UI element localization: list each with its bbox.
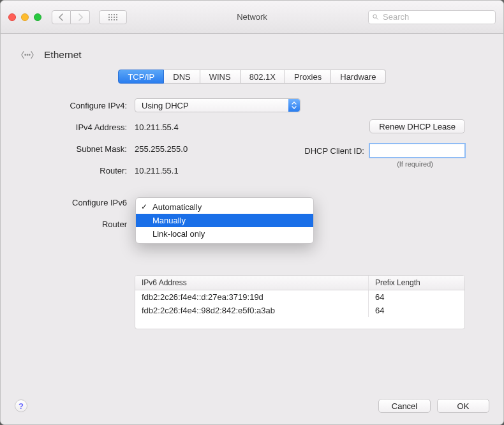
ipv6-option-automatically[interactable]: Automatically: [136, 200, 313, 214]
svg-point-3: [27, 54, 28, 56]
ipv6-option-manually[interactable]: Manually: [136, 214, 313, 227]
page-title: Ethernet: [44, 49, 82, 61]
configure-ipv4-select[interactable]: Using DHCP: [135, 98, 300, 112]
configure-ipv6-menu[interactable]: Automatically Manually Link-local only: [135, 197, 314, 244]
table-row[interactable]: fdb2:2c26:f4e4::d:27ea:3719:19d 64: [135, 290, 464, 304]
ethernet-icon: [19, 48, 36, 62]
close-window-button[interactable]: [8, 13, 16, 21]
dhcp-client-id-label: DHCP Client ID:: [304, 146, 364, 156]
chevron-left-icon: [57, 13, 65, 21]
chevron-right-icon: [77, 13, 84, 21]
router-label: Router:: [39, 166, 135, 175]
search-field[interactable]: [368, 10, 496, 24]
tabs: TCP/IP DNS WINS 802.1X Proxies Hardware: [1, 70, 503, 84]
tab-dns[interactable]: DNS: [164, 70, 200, 84]
tab-hardware[interactable]: Hardware: [331, 70, 385, 84]
col-prefix-length[interactable]: Prefix Length: [369, 276, 464, 290]
preferences-window: Network Ethernet TCP/IP DNS WINS 802.1X …: [0, 0, 504, 425]
svg-line-1: [376, 18, 378, 20]
ipv6-option-link-local[interactable]: Link-local only: [136, 227, 313, 241]
ipv6-router-label: Router: [39, 220, 135, 229]
configure-ipv6-label: Configure IPv6: [39, 198, 135, 207]
cancel-button[interactable]: Cancel: [378, 399, 431, 413]
zoom-window-button[interactable]: [34, 13, 41, 21]
if-required-hint: (If required): [397, 160, 433, 168]
ipv4-address-label: IPv4 Address:: [39, 123, 135, 132]
prefix-length-cell: 64: [369, 304, 464, 317]
show-all-button[interactable]: [99, 10, 127, 24]
ipv6-address-cell: fdb2:2c26:f4e4::98d2:842:e5f0:a3ab: [135, 304, 369, 317]
window-controls: [8, 13, 41, 21]
ok-button[interactable]: OK: [437, 399, 489, 413]
subnet-mask-label: Subnet Mask:: [39, 144, 135, 154]
table-row[interactable]: fdb2:2c26:f4e4::98d2:842:e5f0:a3ab 64: [135, 304, 464, 317]
tab-tcpip[interactable]: TCP/IP: [118, 70, 164, 84]
dhcp-side: Renew DHCP Lease DHCP Client ID: (If req…: [304, 119, 465, 168]
subnet-mask-value: 255.255.255.0: [135, 144, 188, 154]
configure-ipv4-label: Configure IPv4:: [39, 101, 135, 110]
grid-icon: [108, 14, 117, 20]
forward-button[interactable]: [71, 10, 90, 24]
renew-dhcp-lease-button[interactable]: Renew DHCP Lease: [369, 119, 465, 133]
ipv6-address-cell: fdb2:2c26:f4e4::d:27ea:3719:19d: [135, 290, 369, 304]
window-title: Network: [237, 12, 267, 22]
ipv6-address-table: IPv6 Address Prefix Length fdb2:2c26:f4e…: [135, 275, 465, 329]
tab-8021x[interactable]: 802.1X: [241, 70, 285, 84]
footer: ? Cancel OK: [1, 390, 503, 424]
form-area: Configure IPv4: Using DHCP IPv4 Address:…: [1, 93, 503, 390]
svg-point-2: [25, 54, 26, 56]
nav-buttons: [52, 10, 90, 24]
help-button[interactable]: ?: [15, 399, 27, 412]
ipv4-address-value: 10.211.55.4: [135, 123, 179, 132]
search-input[interactable]: [382, 11, 491, 22]
configure-ipv4-value: Using DHCP: [142, 101, 189, 110]
updown-icon: [288, 99, 300, 112]
tab-wins[interactable]: WINS: [200, 70, 241, 84]
titlebar: Network: [1, 1, 503, 34]
dhcp-client-id-input[interactable]: [369, 144, 465, 158]
help-icon: ?: [19, 401, 24, 411]
minimize-window-button[interactable]: [21, 13, 29, 21]
router-value: 10.211.55.1: [135, 166, 179, 175]
prefix-length-cell: 64: [369, 290, 464, 304]
pane-header: Ethernet: [1, 34, 503, 68]
svg-point-4: [29, 54, 30, 56]
tab-proxies[interactable]: Proxies: [285, 70, 331, 84]
col-ipv6-address[interactable]: IPv6 Address: [135, 276, 369, 290]
search-icon: [373, 13, 378, 21]
back-button[interactable]: [52, 10, 71, 24]
